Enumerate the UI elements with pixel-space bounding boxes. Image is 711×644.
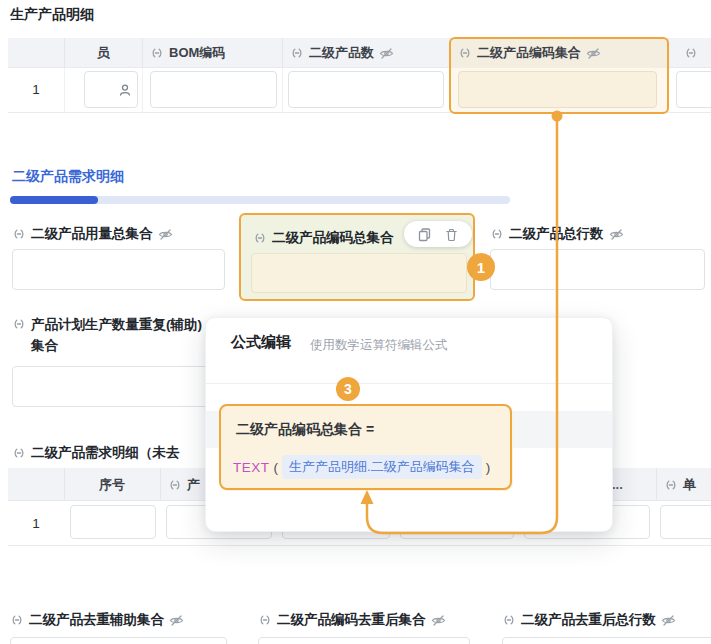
column-header-prod-label: 产 (187, 476, 200, 494)
link-icon (290, 46, 304, 60)
column-header-member[interactable]: 员 (64, 38, 142, 68)
codes-collection-input[interactable] (458, 71, 657, 108)
link-icon (12, 317, 26, 331)
column-header-seq-label: 序号 (99, 476, 125, 494)
column-header-seq[interactable]: 序号 (64, 468, 160, 501)
link-icon (168, 478, 182, 492)
section-title[interactable]: 二级产品需求明细 (12, 168, 124, 186)
link-icon (458, 46, 472, 60)
dedup-aux-input[interactable] (10, 637, 227, 644)
eye-off-icon (609, 227, 624, 242)
row-serial: 1 (8, 516, 64, 531)
field-label-text: 二级产品编码总集合 (272, 229, 394, 247)
step-badge-3: 3 (336, 377, 360, 401)
code-total-input[interactable] (251, 253, 467, 293)
column-header-ellipsis[interactable]: ... (612, 468, 623, 501)
link-icon (150, 46, 164, 60)
eye-off-icon (169, 613, 184, 628)
field-label-text: 产品计划生产数量重复(辅助)集合 (31, 314, 208, 356)
field-label-text: 二级产品需求明细（未去 (31, 444, 180, 462)
column-header-ellipsis-label: ... (612, 477, 623, 492)
eye-off-icon (158, 227, 173, 242)
popup-title: 公式编辑 (231, 333, 291, 352)
popup-divider (206, 383, 612, 384)
row-total-input[interactable] (490, 249, 705, 290)
field-label-text: 二级产品去重后总行数 (521, 611, 656, 629)
field-label-usage-total: 二级产品用量总集合 (12, 225, 173, 243)
field-label-text: 二级产品去重辅助集合 (29, 611, 164, 629)
section-progress-fill (10, 196, 98, 204)
link-icon (684, 46, 698, 60)
link-icon (10, 613, 24, 627)
field-label-code-total: 二级产品编码总集合 (253, 229, 394, 247)
row-serial: 1 (8, 82, 64, 97)
trash-icon[interactable] (444, 227, 459, 242)
copy-icon[interactable] (417, 227, 432, 242)
column-header-unit-label: 单 (683, 476, 696, 494)
column-header-count[interactable]: 二级产品数 (290, 38, 394, 68)
popup-subtitle: 使用数学运算符编辑公式 (310, 337, 448, 354)
count-input[interactable] (288, 71, 444, 108)
link-icon (253, 231, 267, 245)
column-header-bom[interactable]: BOM编码 (150, 38, 225, 68)
field-label-dedup-codes: 二级产品编码去重后集合 (258, 611, 446, 629)
person-icon (118, 83, 132, 97)
link-icon (12, 227, 26, 241)
form-designer-screen: 生产产品明细 员 BOM编码 二级产品数 (0, 0, 711, 644)
column-header-member-label: 员 (97, 44, 110, 62)
column-header-unit[interactable]: 单 (664, 468, 696, 501)
column-header-count-label: 二级产品数 (309, 44, 374, 62)
unit-input[interactable] (660, 505, 711, 539)
column-header-prod[interactable]: 产 (168, 468, 200, 501)
field-label-text: 二级产品总行数 (509, 225, 604, 243)
eye-off-icon (661, 613, 676, 628)
dedup-codes-input[interactable] (258, 637, 470, 644)
usage-total-input[interactable] (12, 249, 225, 290)
column-header-codes-label: 二级产品编码集合 (477, 44, 581, 62)
column-header-clipped[interactable] (684, 38, 698, 68)
field-action-pill (404, 221, 472, 247)
field-label-plan-repeat: 产品计划生产数量重复(辅助)集合 (12, 314, 208, 356)
link-icon (258, 613, 272, 627)
page-title: 生产产品明细 (10, 6, 94, 24)
link-icon (664, 478, 678, 492)
link-icon (490, 227, 504, 241)
column-header-bom-label: BOM编码 (169, 44, 225, 62)
field-label-row-total: 二级产品总行数 (490, 225, 624, 243)
paren-close: ) (486, 460, 491, 475)
eye-off-icon (586, 46, 601, 61)
field-label-text: 二级产品用量总集合 (31, 225, 153, 243)
link-icon (12, 446, 26, 460)
function-name: TEXT (233, 460, 270, 475)
seq-input[interactable] (70, 505, 156, 539)
member-picker-input[interactable] (84, 71, 138, 108)
step-badge-1: 1 (467, 253, 495, 281)
eye-off-icon (379, 46, 394, 61)
field-label-dedup-rows: 二级产品去重后总行数 (502, 611, 676, 629)
field-label-dedup-aux: 二级产品去重辅助集合 (10, 611, 184, 629)
column-header-codes[interactable]: 二级产品编码集合 (458, 38, 601, 68)
clipped-input[interactable] (676, 71, 711, 108)
formula-target: 二级产品编码总集合 = (236, 411, 374, 448)
paren-open: ( (274, 460, 279, 475)
dedup-rows-input[interactable] (502, 637, 711, 644)
field-reference-chip[interactable]: 生产产品明细.二级产品编码集合 (282, 455, 482, 479)
formula-edit-popup: 公式编辑 使用数学运算符编辑公式 二级产品编码总集合 = TEXT ( 生产产品… (205, 317, 613, 532)
field-label-text: 二级产品编码去重后集合 (277, 611, 426, 629)
bom-code-input[interactable] (150, 71, 277, 108)
field-label-demand-detail: 二级产品需求明细（未去 (12, 444, 180, 462)
plan-repeat-input[interactable] (12, 366, 223, 407)
production-detail-table: 员 BOM编码 二级产品数 二级产品编码集合 1 (8, 38, 711, 113)
formula-expression[interactable]: TEXT ( 生产产品明细.二级产品编码集合 ) (233, 455, 490, 479)
link-icon (502, 613, 516, 627)
eye-off-icon (431, 613, 446, 628)
